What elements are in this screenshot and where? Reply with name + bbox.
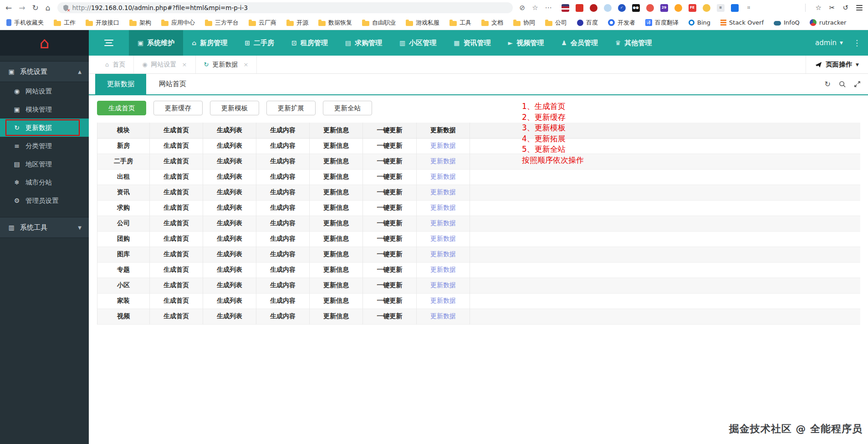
scissors-icon[interactable]: ✂ <box>829 4 835 12</box>
calendar-29-extension-icon[interactable]: 29 <box>660 4 668 12</box>
generate-homepage-link[interactable]: 生成首页 <box>150 185 203 200</box>
favorites-star-icon[interactable]: ☆ <box>815 4 821 12</box>
flag-extension-icon[interactable] <box>562 4 569 12</box>
tab-website-settings[interactable]: ◉网站设置× <box>134 56 195 73</box>
browser-menu-icon[interactable] <box>856 5 863 10</box>
update-info-link[interactable]: 更新信息 <box>310 278 363 293</box>
bookmark-item[interactable]: InfoQ <box>774 19 800 26</box>
bookmark-item[interactable]: 自由职业 <box>362 19 396 27</box>
generate-homepage-link[interactable]: 生成首页 <box>150 262 203 278</box>
generate-homepage-link[interactable]: 生成首页 <box>150 138 203 154</box>
bookmark-item[interactable]: 文档 <box>481 19 503 27</box>
nav-item-news-management[interactable]: ▦资讯管理 <box>445 30 499 56</box>
one-key-update-link[interactable]: 一键更新 <box>363 185 417 200</box>
sidebar-item-website-settings[interactable]: ◉网站设置 <box>0 82 89 100</box>
sidebar-item-city-substation[interactable]: ❄城市分站 <box>0 173 89 191</box>
generate-content-link[interactable]: 生成内容 <box>256 200 310 216</box>
bookmark-item[interactable]: 架构 <box>129 19 151 27</box>
nav-item-purchase-management[interactable]: ▤求购管理 <box>337 30 391 56</box>
bookmark-item[interactable]: 开放接口 <box>86 19 119 27</box>
generate-homepage-link[interactable]: 生成首页 <box>150 309 203 324</box>
bookmark-item[interactable]: 工具 <box>449 19 471 27</box>
sidebar-toggle-icon[interactable] <box>89 30 129 56</box>
more-extensions-icon[interactable]: ⋯ <box>545 4 552 12</box>
nav-item-new-house-management[interactable]: ⌂新房管理 <box>183 30 236 56</box>
bookmark-item[interactable]: 游戏私服 <box>406 19 439 27</box>
stop-extension-icon[interactable] <box>590 4 597 12</box>
generate-homepage-link[interactable]: 生成首页 <box>150 169 203 185</box>
grid-extension-icon[interactable]: ∷ <box>745 4 753 12</box>
update-info-link[interactable]: 更新信息 <box>310 216 363 231</box>
nav-item-system-maintenance[interactable]: ▣系统维护 <box>129 30 183 56</box>
nav-item-community-management[interactable]: ▥小区管理 <box>391 30 445 56</box>
bookmark-item[interactable]: 手机收藏夹 <box>6 19 44 27</box>
refresh-icon[interactable]: ↻ <box>825 81 831 88</box>
generate-content-link[interactable]: 生成内容 <box>256 185 310 200</box>
fullscreen-icon[interactable] <box>854 81 861 88</box>
generate-content-link[interactable]: 生成内容 <box>256 154 310 169</box>
bookmark-star-icon[interactable]: ☆ <box>532 4 538 12</box>
generate-homepage-link[interactable]: 生成首页 <box>150 154 203 169</box>
sidebar-section-system-settings[interactable]: ▣ 系统设置 ▲ <box>0 61 89 82</box>
security-shield-icon[interactable]: ✕ <box>63 5 69 11</box>
generate-list-link[interactable]: 生成列表 <box>203 169 256 185</box>
generate-homepage-link[interactable]: 生成首页 <box>150 247 203 262</box>
one-key-update-link[interactable]: 一键更新 <box>363 138 417 154</box>
sidebar-item-update-data[interactable]: ↻更新数据 <box>0 119 89 137</box>
update-template-button[interactable]: 更新模板 <box>210 101 259 115</box>
update-info-link[interactable]: 更新信息 <box>310 262 363 278</box>
reload-icon[interactable]: ↻ <box>32 4 39 12</box>
bookmark-item[interactable]: Bing <box>689 19 710 26</box>
nav-item-other-management[interactable]: ♛其他管理 <box>607 30 661 56</box>
generate-homepage-link[interactable]: 生成首页 <box>150 278 203 293</box>
one-key-update-link[interactable]: 一键更新 <box>363 309 417 324</box>
update-info-link[interactable]: 更新信息 <box>310 309 363 324</box>
update-data-link[interactable]: 更新数据 <box>417 262 470 278</box>
tab-update-data[interactable]: ↻更新数据× <box>196 56 257 73</box>
user-menu[interactable]: admin ▼ <box>812 30 846 56</box>
close-icon[interactable]: × <box>243 61 248 68</box>
update-info-link[interactable]: 更新信息 <box>310 169 363 185</box>
update-extension-button[interactable]: 更新扩展 <box>266 101 316 115</box>
bookmark-item[interactable]: 译百度翻译 <box>645 19 679 27</box>
check-extension-icon[interactable]: ✓ <box>618 4 626 12</box>
person-blue-extension-icon[interactable] <box>731 4 739 12</box>
generate-homepage-link[interactable]: 生成首页 <box>150 293 203 309</box>
update-data-link[interactable]: 更新数据 <box>417 278 470 293</box>
generate-content-link[interactable]: 生成内容 <box>256 138 310 154</box>
update-data-link[interactable]: 更新数据 <box>417 138 470 154</box>
bookmark-item[interactable]: 工作 <box>54 19 76 27</box>
sidebar-item-region-management[interactable]: ▤地区管理 <box>0 155 89 173</box>
generate-content-link[interactable]: 生成内容 <box>256 293 310 309</box>
search-icon[interactable] <box>839 81 846 88</box>
update-info-link[interactable]: 更新信息 <box>310 247 363 262</box>
bookmark-item[interactable]: 三方平台 <box>205 19 239 27</box>
update-info-link[interactable]: 更新信息 <box>310 231 363 247</box>
sidebar-item-administrator-settings[interactable]: ⚙管理员设置 <box>0 191 89 210</box>
crescent-extension-icon[interactable] <box>674 4 682 12</box>
update-data-link[interactable]: 更新数据 <box>417 247 470 262</box>
nav-item-member-management[interactable]: ♟会员管理 <box>552 30 607 56</box>
update-info-link[interactable]: 更新信息 <box>310 154 363 169</box>
generate-content-link[interactable]: 生成内容 <box>256 262 310 278</box>
tab-home[interactable]: ⌂首页 <box>97 56 134 73</box>
dots-extension-icon[interactable]: ●● <box>632 4 640 12</box>
update-info-link[interactable]: 更新信息 <box>310 185 363 200</box>
generate-content-link[interactable]: 生成内容 <box>256 169 310 185</box>
update-data-link[interactable]: 更新数据 <box>417 293 470 309</box>
fe-extension-icon[interactable]: FE <box>689 4 696 12</box>
one-key-update-link[interactable]: 一键更新 <box>363 200 417 216</box>
page-operations-dropdown[interactable]: 页面操作 ▼ <box>806 56 868 73</box>
one-key-update-link[interactable]: 一键更新 <box>363 293 417 309</box>
generate-list-link[interactable]: 生成列表 <box>203 185 256 200</box>
generate-list-link[interactable]: 生成列表 <box>203 216 256 231</box>
bookmark-item[interactable]: 协同 <box>513 19 535 27</box>
nav-item-rental-management[interactable]: ⊡租房管理 <box>283 30 337 56</box>
logo-block[interactable]: ⌂ <box>0 30 89 56</box>
nav-item-video-management[interactable]: ►视频管理 <box>499 30 552 56</box>
shield-extension-icon[interactable] <box>703 4 710 12</box>
generate-content-link[interactable]: 生成内容 <box>256 216 310 231</box>
sidebar-section-system-tools[interactable]: ▥ 系统工具 ▼ <box>0 217 89 238</box>
generate-content-link[interactable]: 生成内容 <box>256 278 310 293</box>
translate-off-icon[interactable]: ⊘ <box>520 4 526 12</box>
